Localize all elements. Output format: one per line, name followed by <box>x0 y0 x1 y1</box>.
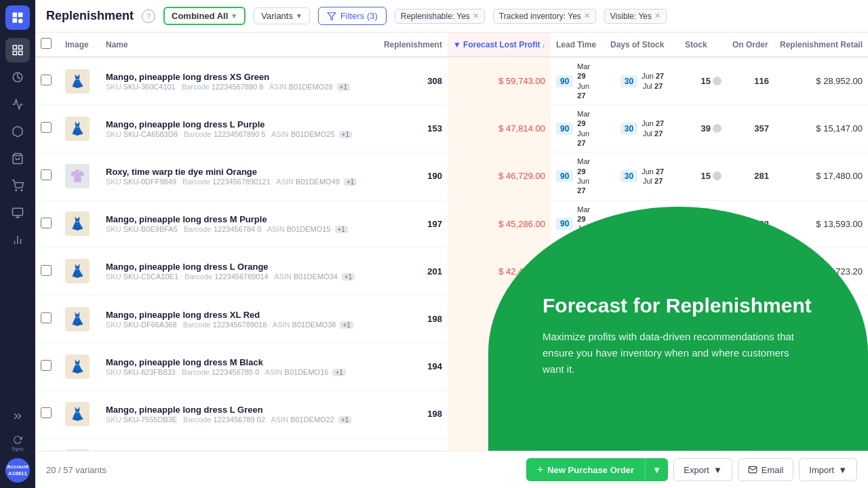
variant-count: 20 / 57 variants <box>46 465 106 475</box>
new-purchase-order-button[interactable]: + New Purchase Order <box>526 458 645 481</box>
forecast-cell: $ 47,814.00 <box>448 105 551 152</box>
row-checkbox[interactable] <box>41 218 52 228</box>
filter-tag-visible: Visible: Yes ✕ <box>604 9 667 24</box>
product-meta: SKU SKU-C5CA10E1 Barcode 1223456789014 A… <box>106 272 373 281</box>
sidebar-item-inventory[interactable] <box>5 92 30 117</box>
replenishment-value: 190 <box>384 171 442 181</box>
product-thumbnail: 👗 <box>65 402 90 426</box>
on-order-value: 116 <box>732 76 769 86</box>
sidebar-item-suppliers[interactable] <box>5 174 30 198</box>
col-lead-header[interactable]: Lead Time <box>551 33 605 57</box>
product-image-cell: 👗 <box>60 247 100 295</box>
replenishment-value: 198 <box>384 409 442 419</box>
replenishment-cell: 201 <box>378 247 448 295</box>
row-checkbox[interactable] <box>41 169 52 180</box>
forecast-cell: $ 59,743.00 <box>448 57 551 105</box>
product-thumbnail: 👗 <box>65 69 90 94</box>
overlay-description: Maximize profits with data-driven recomm… <box>542 329 800 378</box>
col-stock-header[interactable]: Stock <box>679 33 727 57</box>
col-replenishment-header[interactable]: Replenishment <box>378 33 448 57</box>
filter-remove-replenishable[interactable]: ✕ <box>473 12 479 20</box>
replenishment-value: 194 <box>384 361 442 371</box>
on-order-cell: 116 <box>727 57 774 105</box>
sidebar-item-analytics[interactable] <box>5 65 30 89</box>
filter-remove-tracked[interactable]: ✕ <box>584 12 590 20</box>
sidebar-item-reports[interactable] <box>5 201 30 225</box>
new-order-split-button[interactable]: ▼ <box>645 458 668 481</box>
sidebar-item-arrow[interactable] <box>5 404 30 428</box>
filter-icon <box>327 12 336 21</box>
product-meta: SKU SKU-7555DB3E Barcode 1223456789 02 A… <box>106 415 373 424</box>
product-name: Mango, pineapple long dress M Purple <box>106 214 373 224</box>
col-days-header[interactable]: Days of Stock <box>605 33 679 57</box>
row-checkbox[interactable] <box>41 407 52 418</box>
on-order-value: 357 <box>732 123 769 134</box>
email-icon <box>748 465 757 474</box>
select-all-checkbox[interactable] <box>41 38 52 49</box>
days-badge: 30 <box>620 170 637 182</box>
row-checkbox-cell <box>35 438 60 451</box>
help-icon[interactable]: ? <box>142 9 155 23</box>
product-name-cell: Mango, pineapple long dress L Orange SKU… <box>100 247 378 295</box>
col-onorder-header[interactable]: On Order <box>727 33 774 57</box>
replenishment-cell: 308 <box>378 57 448 105</box>
product-thumbnail: 👗 <box>65 211 90 236</box>
export-button[interactable]: Export ▼ <box>673 458 732 481</box>
col-retail-header[interactable]: Replenishment Retail <box>774 33 868 57</box>
select-all-header[interactable] <box>35 33 60 57</box>
product-name: Mango, pineapple long dress L Purple <box>106 119 373 129</box>
product-image-cell: 👗 <box>60 343 100 390</box>
app-logo[interactable] <box>5 5 30 30</box>
svg-rect-0 <box>13 45 16 49</box>
on-order-cell: 281 <box>727 152 774 200</box>
row-checkbox[interactable] <box>41 75 52 85</box>
col-image-header: Image <box>60 33 100 57</box>
svg-rect-8 <box>13 208 23 216</box>
sidebar-item-chart[interactable] <box>5 228 30 252</box>
col-forecast-header[interactable]: ▼ Forecast Lost Profit↓ <box>448 33 551 57</box>
row-checkbox-cell <box>35 105 60 152</box>
retail-value: $ 15,147.00 <box>780 123 863 134</box>
days-stock-cell: 30 Jun 27 Jul 27 <box>605 57 679 105</box>
lead-days-badge: 90 <box>556 218 573 230</box>
product-image-cell: 👗 <box>60 105 100 152</box>
row-checkbox[interactable] <box>41 360 52 371</box>
variants-button[interactable]: Variants ▼ <box>254 7 310 24</box>
sidebar-item-dashboard[interactable] <box>5 38 30 62</box>
product-meta: SKU SKU-360C4101 Barcode 12234567890 8 A… <box>106 83 373 91</box>
overlay-title: Forecast for Replenishment <box>542 293 841 318</box>
product-name-cell: Roxy, time warp tie dye mini Orange SKU … <box>100 152 378 200</box>
row-checkbox-cell <box>35 200 60 247</box>
variants-chevron-icon: ▼ <box>296 12 302 20</box>
svg-marker-14 <box>328 12 336 20</box>
product-thumbnail: 👗 <box>65 307 90 331</box>
plus-badge: +1 <box>335 226 348 233</box>
replenishment-value: 308 <box>384 76 442 86</box>
sidebar-item-orders[interactable] <box>5 146 30 171</box>
lead-date-range: Mar 29 Jun 27 <box>577 109 599 148</box>
email-button[interactable]: Email <box>738 458 794 481</box>
filters-button[interactable]: Filters (3) <box>318 7 387 25</box>
row-checkbox[interactable] <box>41 122 52 133</box>
forecast-cell: $ 45,286.00 <box>448 200 551 247</box>
table-row: 👗 Mango, pineapple long dress XS Green S… <box>35 57 868 105</box>
col-name-header[interactable]: Name <box>100 33 378 57</box>
stock-cell: 15 <box>679 152 727 200</box>
import-button[interactable]: Import ▼ <box>799 458 857 481</box>
replenishment-cell: 185 <box>378 438 448 451</box>
sidebar-avatar[interactable]: Account A18811 <box>5 458 30 483</box>
filter-tag-replenishable: Replenishable: Yes ✕ <box>395 9 485 24</box>
combined-all-button[interactable]: Combined All ▼ <box>163 7 245 25</box>
lead-days-badge: 90 <box>556 123 573 135</box>
product-name: Mango, pineapple long dress XS Green <box>106 72 373 82</box>
retail-value: $ 13,593.00 <box>780 219 863 229</box>
row-checkbox[interactable] <box>41 312 52 323</box>
sidebar-item-replenishment[interactable] <box>5 119 30 144</box>
replenishment-cell: 198 <box>378 390 448 438</box>
sidebar-sync[interactable]: Sync <box>5 431 30 455</box>
lead-days-badge: 90 <box>556 170 573 182</box>
product-thumbnail: 👗 <box>65 259 90 283</box>
filter-remove-visible[interactable]: ✕ <box>654 12 660 20</box>
product-thumbnail: 👗 <box>65 117 90 141</box>
row-checkbox[interactable] <box>41 265 52 276</box>
